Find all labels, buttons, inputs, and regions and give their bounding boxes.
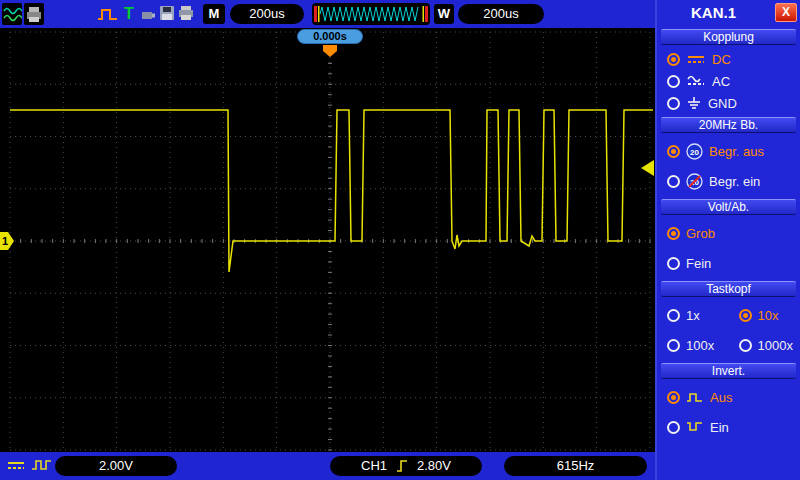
gnd-symbol-icon <box>686 97 702 110</box>
option-label: AC <box>712 74 730 89</box>
option-label: DC <box>712 52 731 67</box>
radio-icon <box>667 53 680 66</box>
radio-icon <box>667 421 680 434</box>
option-label: 100x <box>686 338 714 353</box>
coupling-option-gnd[interactable]: GND <box>657 92 800 114</box>
option-label: Begr. aus <box>709 144 764 159</box>
radio-icon <box>667 75 680 88</box>
squarewave-indicator-icon <box>31 458 53 476</box>
main-timebase-button[interactable]: M <box>203 4 225 24</box>
dc-indicator-icon <box>6 458 26 476</box>
close-button[interactable]: X <box>775 3 797 22</box>
option-label: 1000x <box>758 338 793 353</box>
trigger-readout: CH1 2.80V <box>330 456 482 476</box>
probe-row-1: 1x 10x <box>657 300 800 330</box>
usb-icon <box>141 8 156 26</box>
trigger-pulse-icon <box>97 6 119 26</box>
section-header-bwlimit: 20MHz Bb. <box>661 117 796 133</box>
probe-option-100x[interactable]: 100x <box>657 330 729 360</box>
trigger-time-label: 0.000s <box>297 29 363 44</box>
probe-option-10x[interactable]: 10x <box>729 300 800 330</box>
radio-icon <box>667 227 680 240</box>
window-timebase-readout: 200us <box>458 4 544 24</box>
bottom-status-bar: 2.00V CH1 2.80V 615Hz <box>0 452 655 480</box>
option-label: 1x <box>686 308 700 323</box>
dc-symbol-icon <box>686 53 706 65</box>
section-header-kopplung: Kopplung <box>661 29 796 45</box>
option-label: Fein <box>686 256 711 271</box>
section-header-tastkopf: Tastkopf <box>661 281 796 297</box>
waveform-display: 1 0.000s <box>0 28 655 452</box>
inverted-wave-icon <box>686 421 704 433</box>
option-label: Grob <box>686 226 715 241</box>
waveform-preview <box>312 3 430 25</box>
svg-text:20: 20 <box>690 147 699 156</box>
bw20-icon: 20 <box>686 143 703 160</box>
bw20-off-icon: 20 <box>686 173 703 190</box>
normal-wave-icon <box>686 391 704 403</box>
channel1-scale-readout: 2.00V <box>55 456 177 476</box>
rising-edge-icon <box>396 458 408 474</box>
option-label: Begr. ein <box>709 174 760 189</box>
voltab-option-grob[interactable]: Grob <box>657 218 800 248</box>
trigger-level-readout: 2.80V <box>417 456 451 476</box>
invert-option-aus[interactable]: Aus <box>657 382 800 412</box>
section-header-invert: Invert. <box>661 363 796 379</box>
probe-option-1000x[interactable]: 1000x <box>729 330 800 360</box>
radio-icon <box>739 339 752 352</box>
coupling-option-dc[interactable]: DC <box>657 48 800 70</box>
ac-symbol-icon <box>686 75 706 87</box>
trigger-frequency-readout: 615Hz <box>504 456 647 476</box>
oscilloscope-screen: T M 200us W 200us 1 0.000s 2.00V CH1 <box>0 0 800 480</box>
radio-icon <box>667 339 680 352</box>
radio-icon <box>667 309 680 322</box>
radio-icon <box>667 257 680 270</box>
radio-icon <box>667 97 680 110</box>
top-toolbar: T M 200us W 200us <box>0 0 655 28</box>
option-label: Ein <box>710 420 729 435</box>
option-label: Aus <box>710 390 732 405</box>
probe-row-2: 100x 1000x <box>657 330 800 360</box>
main-timebase-readout: 200us <box>230 4 304 24</box>
svg-text:1: 1 <box>2 235 8 247</box>
coupling-option-ac[interactable]: AC <box>657 70 800 92</box>
trigger-source-label: CH1 <box>361 456 387 476</box>
scope-graticule: 1 <box>0 28 655 452</box>
voltab-option-fein[interactable]: Fein <box>657 248 800 278</box>
print-icon <box>24 3 44 25</box>
option-label: 10x <box>758 308 779 323</box>
radio-icon <box>739 309 752 322</box>
option-label: GND <box>708 96 737 111</box>
channel1-menu: KAN.1 X Kopplung DC AC GND 20MHz Bb. <box>655 0 800 480</box>
section-header-voltab: Volt/Ab. <box>661 199 796 215</box>
radio-icon <box>667 175 680 188</box>
invert-option-ein[interactable]: Ein <box>657 412 800 442</box>
bwlimit-option-ein[interactable]: 20 Begr. ein <box>657 166 800 196</box>
bwlimit-option-aus[interactable]: 20 Begr. aus <box>657 136 800 166</box>
save-icon <box>159 5 175 25</box>
menu-title: KAN.1 <box>657 0 770 25</box>
menu-title-row: KAN.1 X <box>657 0 800 26</box>
trigger-status-icon: T <box>124 4 134 24</box>
printer-icon <box>178 5 194 25</box>
scope-logo-icon <box>2 3 22 25</box>
radio-icon <box>667 391 680 404</box>
window-timebase-button[interactable]: W <box>434 4 454 24</box>
radio-icon <box>667 145 680 158</box>
probe-option-1x[interactable]: 1x <box>657 300 729 330</box>
